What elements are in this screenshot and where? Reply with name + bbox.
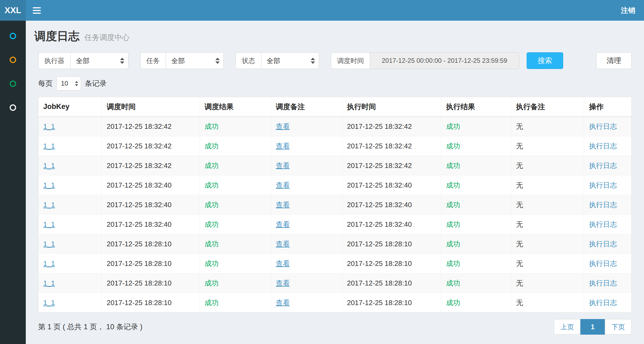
- handle-time-cell: 2017-12-25 18:28:10: [347, 259, 412, 268]
- column-header: 执行时间: [342, 97, 441, 117]
- exec-log-link[interactable]: 执行日志: [589, 299, 617, 307]
- handle-msg-cell: 无: [516, 279, 523, 287]
- trigger-msg-link[interactable]: 查看: [276, 162, 290, 170]
- trigger-time-range-input[interactable]: 2017-12-25 00:00:00 - 2017-12-25 23:59:5…: [370, 52, 519, 69]
- exec-log-link[interactable]: 执行日志: [589, 162, 617, 170]
- prev-page-button[interactable]: 上页: [554, 319, 581, 335]
- trigger-msg-link[interactable]: 查看: [276, 181, 290, 189]
- table-row: 1_12017-12-25 18:32:42成功查看2017-12-25 18:…: [38, 136, 632, 156]
- hamburger-icon: [33, 7, 41, 8]
- jobkey-link[interactable]: 1_1: [43, 201, 55, 209]
- jobkey-link[interactable]: 1_1: [43, 162, 55, 170]
- trigger-time-cell: 2017-12-25 18:32:40: [107, 201, 171, 209]
- trigger-msg-link[interactable]: 查看: [276, 240, 290, 248]
- exec-log-link[interactable]: 执行日志: [589, 259, 617, 268]
- job-label: 任务: [140, 52, 166, 69]
- trigger-msg-link[interactable]: 查看: [276, 201, 290, 209]
- column-header: 执行备注: [511, 97, 584, 117]
- trigger-result-cell: 成功: [205, 142, 219, 150]
- column-header: 调度备注: [271, 97, 342, 117]
- exec-log-link[interactable]: 执行日志: [589, 201, 617, 209]
- trigger-time-cell: 2017-12-25 18:32:40: [107, 220, 171, 228]
- sidebar-toggle-button[interactable]: [26, 1, 48, 20]
- exec-log-link[interactable]: 执行日志: [589, 181, 617, 189]
- handle-time-cell: 2017-12-25 18:28:10: [347, 299, 412, 307]
- column-header: 执行结果: [441, 97, 511, 117]
- jobkey-link[interactable]: 1_1: [43, 259, 55, 268]
- status-label: 状态: [236, 52, 261, 69]
- sidebar: [0, 21, 26, 344]
- handle-result-cell: 成功: [446, 142, 460, 150]
- trigger-time-cell: 2017-12-25 18:32:42: [107, 122, 171, 130]
- table-row: 1_12017-12-25 18:28:10成功查看2017-12-25 18:…: [38, 254, 632, 273]
- page-size-row: 每页 10 条记录: [38, 76, 632, 90]
- table-row: 1_12017-12-25 18:28:10成功查看2017-12-25 18:…: [38, 293, 632, 313]
- handle-msg-cell: 无: [516, 181, 523, 189]
- page-size-select[interactable]: 10: [56, 76, 81, 90]
- sidebar-item-4[interactable]: [0, 96, 26, 119]
- jobkey-link[interactable]: 1_1: [43, 299, 55, 307]
- jobkey-link[interactable]: 1_1: [43, 122, 55, 130]
- handle-time-cell: 2017-12-25 18:32:40: [347, 201, 412, 209]
- status-filter-group: 状态 全部: [236, 52, 319, 69]
- sidebar-item-3[interactable]: [0, 72, 26, 96]
- trigger-result-cell: 成功: [205, 122, 219, 130]
- clear-button[interactable]: 清理: [596, 52, 632, 69]
- next-page-button[interactable]: 下页: [605, 319, 632, 335]
- exec-log-link[interactable]: 执行日志: [589, 142, 617, 150]
- jobkey-link[interactable]: 1_1: [43, 279, 55, 287]
- handle-result-cell: 成功: [446, 220, 460, 228]
- executor-select[interactable]: 全部: [70, 52, 128, 69]
- executor-filter-group: 执行器 全部: [38, 52, 128, 69]
- handle-result-cell: 成功: [446, 201, 460, 209]
- search-button[interactable]: 搜索: [527, 52, 563, 69]
- handle-time-cell: 2017-12-25 18:32:42: [347, 142, 412, 150]
- trigger-result-cell: 成功: [205, 279, 219, 287]
- job-select[interactable]: 全部: [166, 52, 224, 69]
- trigger-result-cell: 成功: [205, 240, 219, 248]
- trigger-msg-link[interactable]: 查看: [276, 299, 290, 307]
- app-logo[interactable]: XXL: [0, 0, 26, 21]
- exec-log-link[interactable]: 执行日志: [589, 279, 617, 287]
- exec-log-link[interactable]: 执行日志: [589, 122, 617, 130]
- handle-result-cell: 成功: [446, 240, 460, 248]
- table-row: 1_12017-12-25 18:32:40成功查看2017-12-25 18:…: [38, 195, 632, 215]
- trigger-msg-link[interactable]: 查看: [276, 142, 290, 150]
- trigger-time-cell: 2017-12-25 18:28:10: [107, 279, 171, 287]
- trigger-result-cell: 成功: [205, 181, 219, 189]
- jobkey-link[interactable]: 1_1: [43, 240, 55, 248]
- exec-log-link[interactable]: 执行日志: [589, 240, 617, 248]
- trigger-time-cell: 2017-12-25 18:32:42: [107, 142, 171, 150]
- sidebar-item-2[interactable]: [0, 48, 26, 72]
- circle-icon: [10, 104, 16, 111]
- table-row: 1_12017-12-25 18:28:10成功查看2017-12-25 18:…: [38, 273, 632, 293]
- jobkey-link[interactable]: 1_1: [43, 220, 55, 228]
- executor-label: 执行器: [38, 52, 70, 69]
- handle-time-cell: 2017-12-25 18:32:40: [347, 220, 412, 228]
- log-table: JobKey调度时间调度结果调度备注执行时间执行结果执行备注操作 1_12017…: [38, 97, 632, 313]
- circle-icon: [10, 57, 16, 63]
- handle-result-cell: 成功: [446, 122, 460, 130]
- sidebar-item-1[interactable]: [0, 24, 26, 48]
- page-1-button[interactable]: 1: [580, 319, 605, 335]
- trigger-result-cell: 成功: [205, 299, 219, 307]
- trigger-msg-link[interactable]: 查看: [276, 259, 290, 268]
- status-select[interactable]: 全部: [261, 52, 319, 69]
- trigger-msg-link[interactable]: 查看: [276, 220, 290, 228]
- handle-msg-cell: 无: [516, 299, 523, 307]
- trigger-result-cell: 成功: [205, 220, 219, 228]
- logout-link[interactable]: 注销: [612, 6, 644, 15]
- trigger-msg-link[interactable]: 查看: [276, 122, 290, 130]
- page-size-prefix-label: 每页: [38, 79, 53, 88]
- handle-time-cell: 2017-12-25 18:28:10: [347, 240, 412, 248]
- jobkey-link[interactable]: 1_1: [43, 142, 55, 150]
- jobkey-link[interactable]: 1_1: [43, 181, 55, 189]
- table-row: 1_12017-12-25 18:32:42成功查看2017-12-25 18:…: [38, 156, 632, 175]
- trigger-msg-link[interactable]: 查看: [276, 279, 290, 287]
- handle-result-cell: 成功: [446, 279, 460, 287]
- handle-msg-cell: 无: [516, 122, 523, 130]
- exec-log-link[interactable]: 执行日志: [589, 220, 617, 228]
- column-header: JobKey: [38, 97, 102, 117]
- handle-msg-cell: 无: [516, 240, 523, 248]
- trigger-time-cell: 2017-12-25 18:28:10: [107, 240, 171, 248]
